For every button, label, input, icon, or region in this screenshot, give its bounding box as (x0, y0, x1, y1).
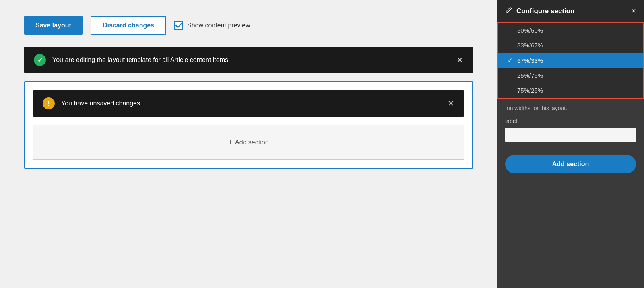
sidebar-close-button[interactable]: × (631, 6, 636, 16)
save-layout-button[interactable]: Save layout (24, 16, 83, 35)
add-section-plus-icon: + (228, 138, 233, 146)
sidebar-body: 50%/50% 33%/67% ✓ 67%/33% 25%/75% 75%/25… (497, 22, 644, 288)
show-preview-toggle[interactable]: Show content preview (174, 21, 250, 30)
option-75-25-label: 75%/25% (517, 87, 543, 94)
warning-icon: ! (43, 97, 55, 109)
option-33-67[interactable]: 33%/67% (498, 38, 643, 53)
option-25-75[interactable]: 25%/75% (498, 68, 643, 83)
check-75-25 (508, 87, 514, 94)
option-50-50-label: 50%/50% (517, 27, 543, 34)
option-25-75-label: 25%/75% (517, 72, 543, 79)
discard-changes-button[interactable]: Discard changes (91, 16, 166, 35)
section-container: ! You have unsaved changes. ✕ + Add sect… (24, 81, 473, 169)
editing-notification: ✓ You are editing the layout template fo… (24, 47, 473, 73)
option-67-33-label: 67%/33% (517, 57, 543, 64)
option-67-33[interactable]: ✓ 67%/33% (498, 53, 643, 68)
option-75-25[interactable]: 75%/25% (498, 83, 643, 98)
label-input[interactable] (505, 128, 636, 142)
success-icon: ✓ (34, 54, 46, 66)
preview-checkbox-icon[interactable] (174, 21, 183, 30)
option-50-50[interactable]: 50%/50% (498, 23, 643, 38)
unsaved-notification: ! You have unsaved changes. ✕ (33, 90, 464, 117)
editing-close-button[interactable]: ✕ (456, 56, 463, 64)
sidebar-title-text: Configure section (516, 7, 575, 15)
editing-message: You are editing the layout template for … (52, 56, 456, 64)
add-section-button[interactable]: Add section (505, 155, 636, 173)
column-width-dropdown[interactable]: 50%/50% 33%/67% ✓ 67%/33% 25%/75% 75%/25… (497, 22, 644, 99)
preview-label: Show content preview (187, 22, 250, 29)
unsaved-close-button[interactable]: ✕ (448, 99, 454, 107)
main-content: Save layout Discard changes Show content… (0, 0, 497, 288)
check-50-50 (508, 27, 514, 34)
pencil-icon (505, 6, 512, 16)
sidebar: Configure section × 50%/50% 33%/67% ✓ 67… (497, 0, 644, 288)
sidebar-title: Configure section (505, 6, 575, 16)
unsaved-message: You have unsaved changes. (61, 100, 448, 107)
toolbar: Save layout Discard changes Show content… (24, 16, 473, 35)
sidebar-section: mn widths for this layout. label (497, 99, 644, 148)
check-25-75 (508, 72, 514, 79)
add-section-area[interactable]: + Add section (33, 125, 464, 160)
add-section-link[interactable]: Add section (235, 139, 269, 146)
sidebar-header: Configure section × (497, 0, 644, 22)
sidebar-label-text: label (505, 118, 636, 124)
check-33-67 (508, 42, 514, 49)
check-67-33: ✓ (508, 57, 514, 64)
sidebar-description: mn widths for this layout. (505, 105, 636, 111)
option-33-67-label: 33%/67% (517, 42, 543, 49)
